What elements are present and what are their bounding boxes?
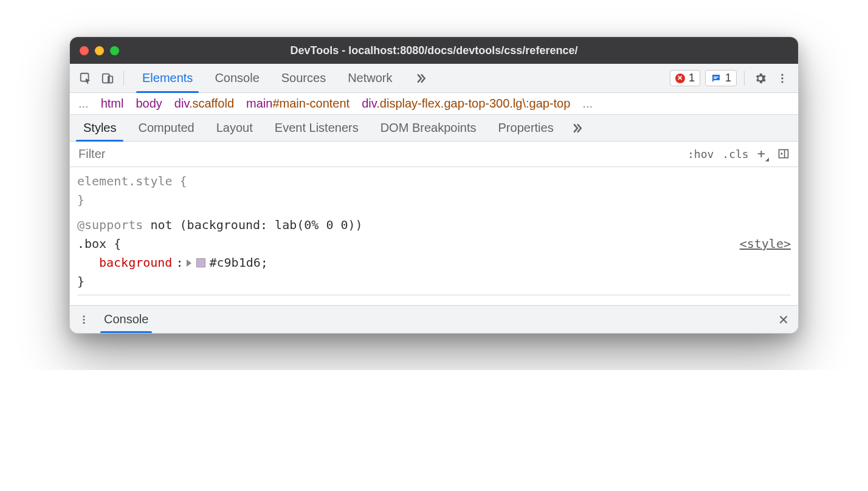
message-icon xyxy=(711,73,722,84)
tab-sources[interactable]: Sources xyxy=(270,64,337,92)
svg-rect-8 xyxy=(779,150,788,158)
styles-filter-input[interactable] xyxy=(70,147,679,161)
subtab-computed[interactable]: Computed xyxy=(127,115,205,141)
maximize-window-icon[interactable] xyxy=(110,46,119,55)
more-tabs-icon[interactable] xyxy=(404,64,438,92)
error-counter[interactable]: ✕ 1 xyxy=(670,70,700,86)
rule-divider xyxy=(77,295,791,295)
svg-rect-3 xyxy=(714,77,718,78)
rule-element-style[interactable]: element.style { xyxy=(77,172,791,191)
crumb-html[interactable]: html xyxy=(101,97,124,111)
close-brace: } xyxy=(77,274,84,289)
svg-point-5 xyxy=(781,74,783,75)
panel-tabs: Elements Console Sources Network xyxy=(131,64,438,92)
separator xyxy=(123,71,124,86)
traffic-lights xyxy=(80,46,119,55)
color-swatch-icon[interactable] xyxy=(196,258,205,267)
kebab-menu-icon[interactable] xyxy=(774,70,791,87)
minimize-window-icon[interactable] xyxy=(95,46,104,55)
subtab-event-listeners[interactable]: Event Listeners xyxy=(264,115,370,141)
new-style-rule-icon[interactable]: +◢ xyxy=(757,146,769,162)
more-subtabs-icon[interactable] xyxy=(565,115,589,141)
expand-shorthand-icon[interactable] xyxy=(187,259,191,267)
subtab-properties[interactable]: Properties xyxy=(487,115,565,141)
crumb-body[interactable]: body xyxy=(136,97,162,111)
crumb-main[interactable]: main#main-content xyxy=(246,97,350,111)
subtab-dom-breakpoints[interactable]: DOM Breakpoints xyxy=(370,115,487,141)
styles-pane: element.style { } @supports not (backgro… xyxy=(70,167,798,305)
drawer-kebab-icon[interactable] xyxy=(78,314,89,325)
subtab-layout[interactable]: Layout xyxy=(205,115,264,141)
toggle-hov[interactable]: :hov xyxy=(687,148,714,160)
message-count: 1 xyxy=(725,72,731,84)
rule-box[interactable]: <style> .box { xyxy=(77,235,791,253)
error-count: 1 xyxy=(689,72,695,84)
svg-point-6 xyxy=(781,77,783,79)
svg-point-11 xyxy=(83,318,85,320)
subtab-styles[interactable]: Styles xyxy=(72,115,127,141)
devtools-window: DevTools - localhost:8080/docs/devtools/… xyxy=(69,36,799,334)
dom-breadcrumb: ... html body div.scaffold main#main-con… xyxy=(70,93,798,115)
source-link[interactable]: <style> xyxy=(740,235,791,253)
svg-rect-4 xyxy=(714,78,717,79)
svg-point-10 xyxy=(83,315,85,317)
css-declaration[interactable]: background: #c9b1d6; xyxy=(77,253,791,272)
computed-sidebar-toggle-icon[interactable] xyxy=(777,148,790,160)
breadcrumb-ellipsis[interactable]: ... xyxy=(582,97,593,111)
breadcrumb-ellipsis[interactable]: ... xyxy=(78,97,89,111)
svg-point-7 xyxy=(781,81,783,83)
inspect-element-icon[interactable] xyxy=(77,70,94,87)
device-mode-icon[interactable] xyxy=(99,70,116,87)
drawer-tab-console[interactable]: Console xyxy=(98,306,154,333)
styles-filter-bar: :hov .cls +◢ xyxy=(70,142,798,167)
at-supports-rule[interactable]: @supports not (background: lab(0% 0 0)) xyxy=(77,216,791,235)
tab-elements[interactable]: Elements xyxy=(131,64,204,92)
tab-console[interactable]: Console xyxy=(204,64,270,92)
svg-point-12 xyxy=(83,321,85,323)
main-toolbar: Elements Console Sources Network ✕ 1 1 xyxy=(70,64,798,93)
separator xyxy=(744,71,745,86)
close-window-icon[interactable] xyxy=(80,46,89,55)
styles-subtabs: Styles Computed Layout Event Listeners D… xyxy=(70,115,798,142)
close-drawer-icon[interactable] xyxy=(777,314,790,326)
crumb-div-scaffold[interactable]: div.scaffold xyxy=(174,97,234,111)
toggle-cls[interactable]: .cls xyxy=(722,148,748,160)
message-counter[interactable]: 1 xyxy=(705,70,737,86)
crumb-div-flex[interactable]: div.display-flex.gap-top-300.lg\:gap-top xyxy=(362,97,570,111)
settings-gear-icon[interactable] xyxy=(752,70,769,87)
tab-network[interactable]: Network xyxy=(337,64,403,92)
styles-actions: :hov .cls +◢ xyxy=(679,146,798,162)
error-icon: ✕ xyxy=(675,74,685,83)
prop-name[interactable]: background xyxy=(99,253,172,272)
close-brace: } xyxy=(77,193,84,207)
drawer: Console xyxy=(70,305,798,333)
prop-value[interactable]: #c9b1d6; xyxy=(209,253,267,272)
window-title: DevTools - localhost:8080/docs/devtools/… xyxy=(70,44,798,57)
titlebar: DevTools - localhost:8080/docs/devtools/… xyxy=(70,37,798,64)
